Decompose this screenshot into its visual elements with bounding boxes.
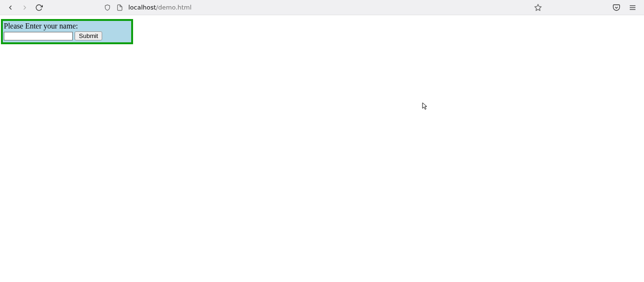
submit-button[interactable]: Submit (75, 31, 102, 40)
back-button[interactable] (7, 4, 14, 11)
name-prompt-label: Please Enter your name: (4, 22, 130, 30)
hamburger-menu-icon[interactable] (629, 4, 636, 11)
bookmark-star-icon[interactable] (534, 4, 542, 11)
url-text: localhost/demo.html (128, 4, 192, 11)
shield-icon[interactable] (104, 4, 111, 11)
nav-buttons (3, 4, 43, 11)
svg-marker-0 (535, 4, 541, 10)
mouse-cursor-icon (422, 102, 428, 111)
url-host: localhost (128, 4, 156, 11)
form-row: Submit (4, 31, 130, 40)
browser-toolbar: localhost/demo.html (0, 0, 644, 15)
address-bar[interactable]: localhost/demo.html (100, 1, 546, 14)
pocket-icon[interactable] (613, 4, 620, 11)
name-input[interactable] (4, 32, 73, 40)
toolbar-right-icons (556, 4, 641, 11)
page-content: Please Enter your name: Submit (0, 15, 644, 48)
reload-button[interactable] (35, 4, 43, 11)
forward-button (21, 4, 29, 11)
address-bar-container: localhost/demo.html (100, 1, 552, 14)
url-path: /demo.html (156, 4, 192, 11)
page-icon (116, 4, 124, 11)
name-form-box: Please Enter your name: Submit (1, 19, 133, 44)
